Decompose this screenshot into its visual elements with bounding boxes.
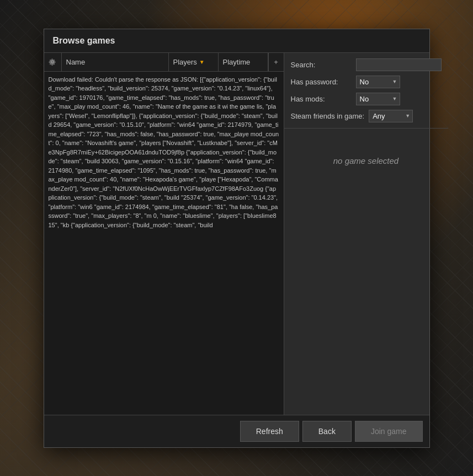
has-mods-select[interactable]: No Yes Any <box>356 93 400 105</box>
table-header: Name Players ▼ Playtime + <box>44 53 284 72</box>
game-list-log[interactable]: Download failed: Couldn't parse the resp… <box>44 72 284 415</box>
has-mods-select-wrapper: No Yes Any <box>356 93 400 105</box>
steam-friends-label: Steam friends in game: <box>291 112 365 120</box>
settings-column-header[interactable] <box>44 53 62 71</box>
more-columns-button[interactable]: + <box>268 53 284 71</box>
players-column-header[interactable]: Players ▼ <box>169 53 219 71</box>
playtime-column-header[interactable]: Playtime <box>219 53 268 71</box>
search-row: Search: <box>291 58 442 71</box>
search-input[interactable] <box>356 58 442 71</box>
left-panel: Name Players ▼ Playtime + Download faile… <box>44 53 284 415</box>
sort-arrow-icon: ▼ <box>199 59 205 65</box>
search-label: Search: <box>291 61 352 69</box>
gear-icon <box>49 58 56 66</box>
no-game-text: no game selected <box>333 156 398 165</box>
name-column-header[interactable]: Name <box>62 53 169 71</box>
browse-games-dialog: Browse games Name Pl <box>44 29 430 448</box>
steam-friends-row: Steam friends in game: Any Yes <box>291 110 442 122</box>
has-mods-row: Has mods: No Yes Any <box>291 93 442 105</box>
steam-friends-select[interactable]: Any Yes <box>369 110 413 122</box>
right-panel: Search: Has password: No Yes Any <box>284 53 448 415</box>
join-game-button[interactable]: Join game <box>355 421 423 442</box>
steam-friends-select-wrapper: Any Yes <box>369 110 413 122</box>
no-game-panel: no game selected <box>284 129 448 415</box>
dialog-title: Browse games <box>44 29 429 53</box>
filter-area: Search: Has password: No Yes Any <box>284 53 448 129</box>
has-mods-label: Has mods: <box>291 95 352 103</box>
dialog-footer: Refresh Back Join game <box>44 415 429 447</box>
has-password-select-wrapper: No Yes Any <box>356 76 400 88</box>
refresh-button[interactable]: Refresh <box>240 421 299 442</box>
has-password-row: Has password: No Yes Any <box>291 76 442 88</box>
back-button[interactable]: Back <box>302 421 352 442</box>
has-password-label: Has password: <box>291 78 352 86</box>
dialog-body: Name Players ▼ Playtime + Download faile… <box>44 53 429 415</box>
has-password-select[interactable]: No Yes Any <box>356 76 400 88</box>
